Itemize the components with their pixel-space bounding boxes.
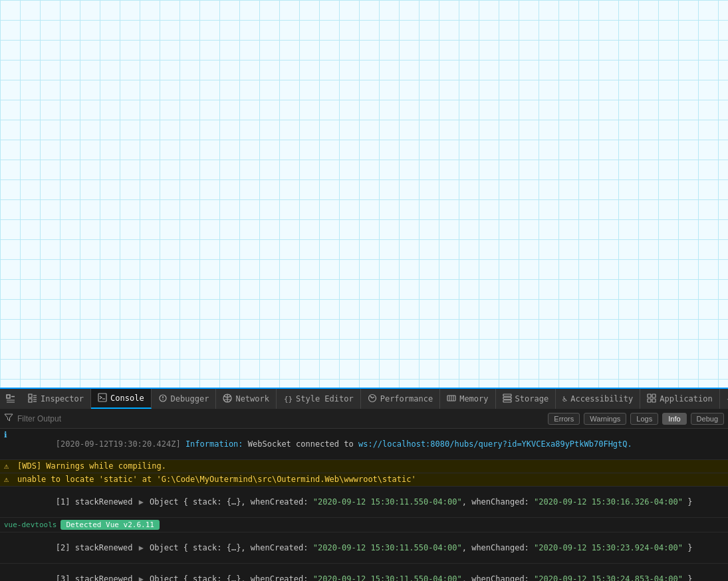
tab-storage[interactable]: Storage <box>496 389 556 409</box>
expand-object-button[interactable]: ▶ <box>139 543 144 552</box>
console-line: ⚠ unable to locate 'static' at 'G:\Code\… <box>0 473 728 487</box>
info-icon: ℹ <box>4 430 15 439</box>
tab-console[interactable]: Console <box>91 389 152 409</box>
errors-filter-button[interactable]: Errors <box>548 413 580 425</box>
debug-filter-button[interactable]: Debug <box>691 413 724 425</box>
warning-icon: ⚠ <box>4 475 15 484</box>
console-line-text: [1] stackRenewed ▶ Object { stack: {…}, … <box>17 488 724 516</box>
tab-accessibility-label: Accessibility <box>570 394 633 404</box>
console-line-text: [3] stackRenewed ▶ Object { stack: {…}, … <box>17 565 724 581</box>
warnings-filter-button[interactable]: Warnings <box>584 413 626 425</box>
tab-debugger[interactable]: Debugger <box>152 389 217 409</box>
tab-application[interactable]: Application <box>640 389 719 409</box>
filter-icon <box>4 413 13 424</box>
console-line: ⚠ [WDS] Warnings while compiling. <box>0 460 728 473</box>
tab-performance[interactable]: Performance <box>361 389 440 409</box>
svg-rect-25 <box>503 400 511 402</box>
svg-rect-28 <box>648 399 651 402</box>
browser-viewport <box>0 0 728 388</box>
console-line-text: [2020-09-12T19:30:20.424Z] Information: … <box>17 430 724 458</box>
tab-application-label: Application <box>660 394 712 404</box>
console-line-text: [WDS] Warnings while compiling. <box>17 461 724 471</box>
warning-icon: ⚠ <box>4 461 15 471</box>
style-editor-icon: {} <box>283 394 293 405</box>
devtools-toolbar: Inspector Console Debugger <box>0 388 728 409</box>
debugger-icon <box>158 394 168 405</box>
svg-point-14 <box>162 399 163 400</box>
vue-detected-badge: Detected Vue v2.6.11 <box>61 520 159 530</box>
tab-network-label: Network <box>235 394 269 404</box>
network-icon <box>223 394 232 405</box>
tab-inspector[interactable]: Inspector <box>21 389 91 409</box>
tab-performance-label: Performance <box>380 394 433 404</box>
application-icon <box>647 394 656 405</box>
performance-icon <box>368 394 377 405</box>
inspect-element-button[interactable] <box>0 389 21 409</box>
svg-text:{}: {} <box>284 395 293 403</box>
inspector-icon <box>28 394 37 405</box>
filter-input[interactable] <box>17 414 279 423</box>
vue-detected-line: vue-devtools Detected Vue v2.6.11 <box>0 518 728 532</box>
vue-devtools-label: vue-devtools <box>4 521 57 529</box>
console-output[interactable]: ℹ [2020-09-12T19:30:20.424Z] Information… <box>0 429 728 581</box>
tab-network[interactable]: Network <box>216 389 277 409</box>
devtools-panel: Inspector Console Debugger <box>0 388 728 581</box>
console-line-text: unable to locate 'static' at 'G:\Code\My… <box>17 475 724 484</box>
tab-inspector-label: Inspector <box>41 394 84 404</box>
console-line: [2] stackRenewed ▶ Object { stack: {…}, … <box>0 532 728 564</box>
storage-icon <box>503 394 512 405</box>
console-line: ℹ [2020-09-12T19:30:20.424Z] Information… <box>0 429 728 460</box>
tab-accessibility[interactable]: ♿ Accessibility <box>556 389 640 409</box>
tab-style-editor-label: Style Editor <box>296 394 354 404</box>
console-icon <box>98 393 107 404</box>
tab-console-label: Console <box>110 394 144 403</box>
expand-object-button[interactable]: ▶ <box>139 574 144 581</box>
svg-rect-24 <box>503 397 511 399</box>
tab-debugger-label: Debugger <box>171 394 209 404</box>
tab-whats-new[interactable]: ✦ What's New <box>720 389 728 409</box>
logs-filter-button[interactable]: Logs <box>630 413 658 425</box>
memory-icon <box>447 394 456 405</box>
console-line: [3] stackRenewed ▶ Object { stack: {…}, … <box>0 564 728 581</box>
svg-rect-26 <box>648 394 651 398</box>
console-line-text: [2] stackRenewed ▶ Object { stack: {…}, … <box>17 534 724 562</box>
tab-storage-label: Storage <box>515 394 549 404</box>
accessibility-icon: ♿ <box>562 394 567 404</box>
svg-rect-23 <box>503 394 511 396</box>
expand-object-button[interactable]: ▶ <box>139 497 144 507</box>
console-line: [1] stackRenewed ▶ Object { stack: {…}, … <box>0 487 728 518</box>
tab-memory[interactable]: Memory <box>440 389 495 409</box>
svg-rect-27 <box>652 394 656 398</box>
info-filter-button[interactable]: Info <box>662 413 686 425</box>
svg-rect-5 <box>29 399 32 402</box>
tab-memory-label: Memory <box>459 394 488 404</box>
svg-rect-0 <box>7 395 10 398</box>
filter-bar: Errors Warnings Logs Info Debug <box>0 409 728 429</box>
svg-rect-4 <box>29 394 32 398</box>
svg-rect-29 <box>652 399 656 402</box>
tab-style-editor[interactable]: {} Style Editor <box>277 389 361 409</box>
